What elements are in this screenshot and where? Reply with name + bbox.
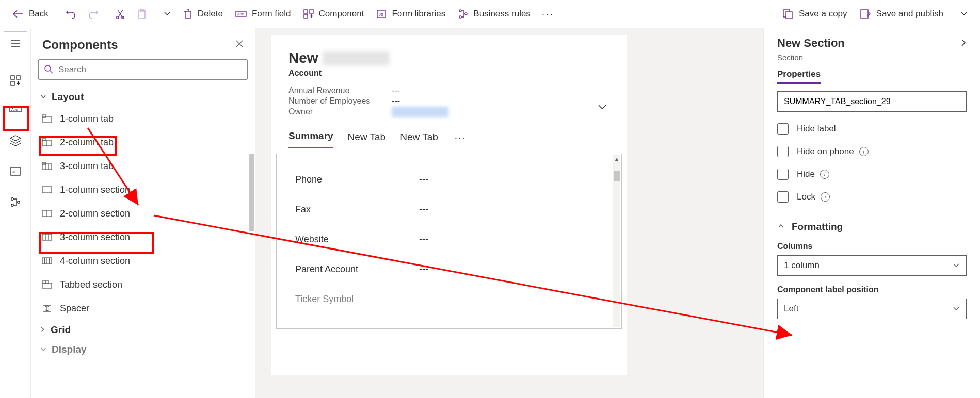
svg-rect-7 xyxy=(310,10,313,13)
redo-icon xyxy=(88,9,99,19)
save-publish-button[interactable]: Save and publish xyxy=(854,0,950,28)
chevron-down-icon xyxy=(953,305,960,313)
scroll-up-icon: ▲ xyxy=(614,156,619,162)
chevron-right-icon xyxy=(40,326,45,334)
form-title-prefix: New xyxy=(288,50,318,67)
properties-tab[interactable]: Properties xyxy=(777,69,821,84)
dropdown-chevron[interactable] xyxy=(157,0,177,28)
hide-label-checkbox[interactable] xyxy=(777,123,789,135)
scroll-thumb[interactable] xyxy=(614,171,620,181)
delete-button[interactable]: Delete xyxy=(177,0,229,28)
more-commands[interactable]: ··· xyxy=(537,0,559,28)
tabbed-icon xyxy=(40,280,54,289)
num-employees-label: Number of Employees xyxy=(288,96,392,106)
back-button[interactable]: Back xyxy=(6,0,55,28)
header-expand-chevron[interactable] xyxy=(597,102,607,113)
item-spacer[interactable]: Spacer xyxy=(31,296,255,320)
label-position-select[interactable]: Left xyxy=(777,299,967,319)
svg-text:Abc: Abc xyxy=(11,108,18,111)
rail-components-button[interactable] xyxy=(4,69,27,92)
undo-button[interactable] xyxy=(59,0,82,28)
form-libraries-button[interactable]: JS Form libraries xyxy=(370,0,452,28)
save-publish-icon xyxy=(860,9,871,19)
website-value[interactable]: --- xyxy=(419,234,428,245)
chevron-down-icon xyxy=(40,345,46,354)
search-input[interactable] xyxy=(38,59,248,80)
save-copy-button[interactable]: Save a copy xyxy=(776,0,854,28)
tab-new1[interactable]: New Tab xyxy=(348,131,386,148)
rail-fields-button[interactable]: Abc xyxy=(4,97,27,121)
business-rules-icon xyxy=(458,9,468,19)
tab-new2[interactable]: New Tab xyxy=(400,131,438,148)
panel-subtitle: Section xyxy=(777,53,967,62)
svg-point-24 xyxy=(11,198,13,200)
section-name-input[interactable] xyxy=(777,91,967,112)
label-position-value: Left xyxy=(784,304,798,314)
fax-value[interactable]: --- xyxy=(419,204,428,215)
group-display[interactable]: Display xyxy=(31,340,255,359)
back-label: Back xyxy=(29,9,49,19)
website-label: Website xyxy=(295,234,419,245)
component-icon xyxy=(303,9,314,19)
form-body[interactable]: Phone --- Fax --- Website --- Parent Acc… xyxy=(276,154,622,329)
formatting-group[interactable]: Formatting xyxy=(792,221,843,233)
chevron-down-icon xyxy=(960,9,968,19)
group-display-label: Display xyxy=(52,344,87,355)
component-button[interactable]: Component xyxy=(297,0,371,28)
save-copy-label: Save a copy xyxy=(799,9,847,19)
item-label: 1-column tab xyxy=(60,113,114,124)
svg-rect-32 xyxy=(42,139,46,141)
item-label: Spacer xyxy=(60,303,89,314)
rail-rules-button[interactable] xyxy=(4,190,27,214)
item-2-column-tab[interactable]: 2-column tab xyxy=(31,130,255,154)
form-card: New Account Annual Revenue --- Number of… xyxy=(271,35,627,375)
save-publish-chevron[interactable] xyxy=(954,0,974,28)
tab-overflow[interactable]: ··· xyxy=(453,132,468,143)
paste-button[interactable] xyxy=(131,0,153,28)
svg-point-26 xyxy=(17,201,19,203)
rail-js-button[interactable]: JS xyxy=(4,159,27,183)
item-tabbed-section[interactable]: Tabbed section xyxy=(31,273,255,296)
hide-checkbox[interactable] xyxy=(777,169,789,180)
group-grid[interactable]: Grid xyxy=(31,320,255,340)
parent-value[interactable]: --- xyxy=(419,264,428,275)
item-1-column-tab[interactable]: 1-column tab xyxy=(31,107,255,130)
item-3-column-tab[interactable]: 3-column tab xyxy=(31,154,255,178)
business-rules-button[interactable]: Business rules xyxy=(452,0,537,28)
item-label: 3-column section xyxy=(60,232,130,243)
item-4-column-section[interactable]: 4-column section xyxy=(31,249,255,273)
cut-button[interactable] xyxy=(109,0,131,28)
separator xyxy=(952,6,952,22)
close-panel-button[interactable] xyxy=(235,40,244,51)
columns-select[interactable]: 1 column xyxy=(777,255,967,276)
item-2-column-section[interactable]: 2-column section xyxy=(31,202,255,225)
lock-checkbox[interactable] xyxy=(777,191,789,203)
num-employees-value: --- xyxy=(392,96,400,106)
item-1-column-section[interactable]: 1-column section xyxy=(31,178,255,202)
inner-scrollbar[interactable]: ▲ xyxy=(613,155,620,327)
search-input-field[interactable] xyxy=(58,64,242,75)
tab1-icon xyxy=(40,114,54,123)
annual-revenue-value: --- xyxy=(392,86,400,95)
tab-summary[interactable]: Summary xyxy=(288,130,333,148)
svg-rect-18 xyxy=(17,76,20,79)
trash-icon xyxy=(183,9,192,19)
phone-value[interactable]: --- xyxy=(419,174,428,185)
group-layout[interactable]: Layout xyxy=(31,87,255,107)
info-icon[interactable]: i xyxy=(821,192,830,202)
panel-expand-chevron[interactable] xyxy=(960,38,967,49)
form-field-button[interactable]: Abc Form field xyxy=(229,0,297,28)
redo-button[interactable] xyxy=(82,0,105,28)
svg-rect-8 xyxy=(304,14,308,18)
item-3-column-section[interactable]: 3-column section xyxy=(31,225,255,249)
parent-label: Parent Account xyxy=(295,264,419,275)
info-icon[interactable]: i xyxy=(859,147,869,156)
tab2-icon xyxy=(40,138,54,146)
paste-icon xyxy=(137,9,147,19)
chevron-down-icon xyxy=(953,262,960,270)
hamburger-button[interactable] xyxy=(4,31,27,55)
info-icon[interactable]: i xyxy=(820,170,829,179)
scrollbar-thumb[interactable] xyxy=(249,154,254,231)
hide-on-phone-checkbox[interactable] xyxy=(777,146,789,157)
rail-layers-button[interactable] xyxy=(4,128,27,152)
